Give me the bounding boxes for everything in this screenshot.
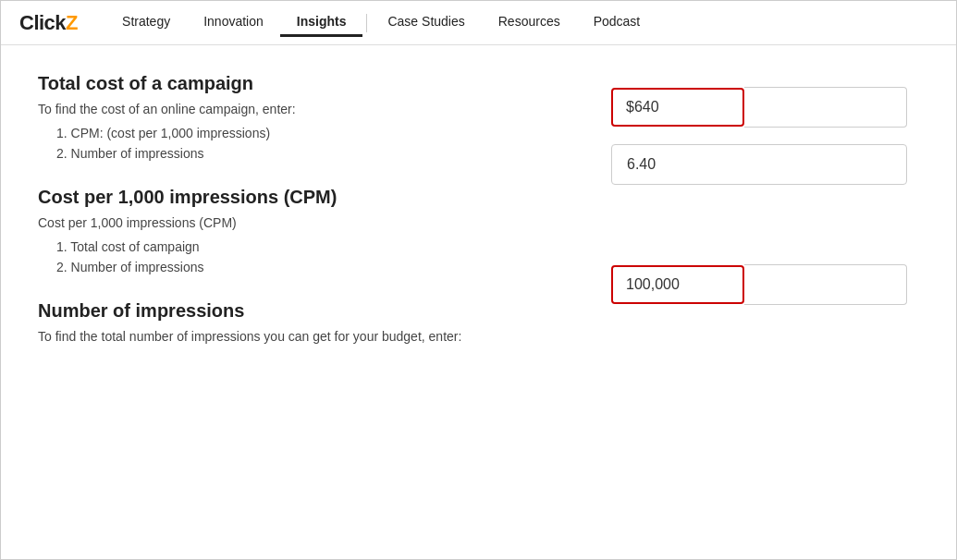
nav-innovation[interactable]: Innovation	[187, 8, 280, 37]
section-total-cost-list: 1. CPM: (cost per 1,000 impressions) 2. …	[38, 126, 574, 161]
list-item: 2. Number of impressions	[56, 260, 574, 274]
logo-z: Z	[66, 11, 78, 34]
section-cpm-desc: Cost per 1,000 impressions (CPM)	[38, 215, 574, 230]
section-total-cost: Total cost of a campaign To find the cos…	[38, 73, 574, 161]
section-total-cost-title: Total cost of a campaign	[38, 73, 574, 94]
nav-podcast[interactable]: Podcast	[577, 8, 657, 37]
list-item: 1. CPM: (cost per 1,000 impressions)	[56, 126, 574, 140]
nav-case-studies[interactable]: Case Studies	[371, 8, 481, 37]
section-cpm-title: Cost per 1,000 impressions (CPM)	[38, 187, 574, 208]
section-impressions: Number of impressions To find the total …	[38, 300, 574, 344]
impressions-input[interactable]	[613, 267, 742, 302]
section-impressions-title: Number of impressions	[38, 300, 574, 322]
section-cpm-list: 1. Total cost of campaign 2. Number of i…	[38, 239, 574, 274]
main-nav: Strategy Innovation Insights Case Studie…	[105, 8, 656, 37]
nav-resources[interactable]: Resources	[482, 8, 577, 37]
content-left: Total cost of a campaign To find the cos…	[38, 73, 574, 370]
header: ClickZ Strategy Innovation Insights Case…	[1, 1, 956, 45]
nav-divider	[366, 14, 367, 32]
list-item: 1. Total cost of campaign	[56, 239, 574, 254]
total-cost-input[interactable]	[613, 90, 742, 125]
total-cost-field-container	[611, 87, 907, 128]
impressions-field-container	[611, 264, 907, 305]
logo[interactable]: ClickZ	[19, 11, 78, 35]
cpm-input[interactable]	[611, 144, 907, 185]
right-column	[611, 73, 907, 370]
section-impressions-desc: To find the total number of impressions …	[38, 329, 574, 344]
section-total-cost-desc: To find the cost of an online campaign, …	[38, 102, 574, 116]
list-item: 2. Number of impressions	[56, 146, 574, 161]
main-content: Total cost of a campaign To find the cos…	[1, 45, 956, 397]
section-cpm: Cost per 1,000 impressions (CPM) Cost pe…	[38, 187, 574, 274]
logo-click: Click	[19, 11, 66, 34]
nav-strategy[interactable]: Strategy	[105, 8, 187, 37]
cpm-field-container	[611, 144, 907, 185]
nav-insights[interactable]: Insights	[280, 8, 363, 37]
